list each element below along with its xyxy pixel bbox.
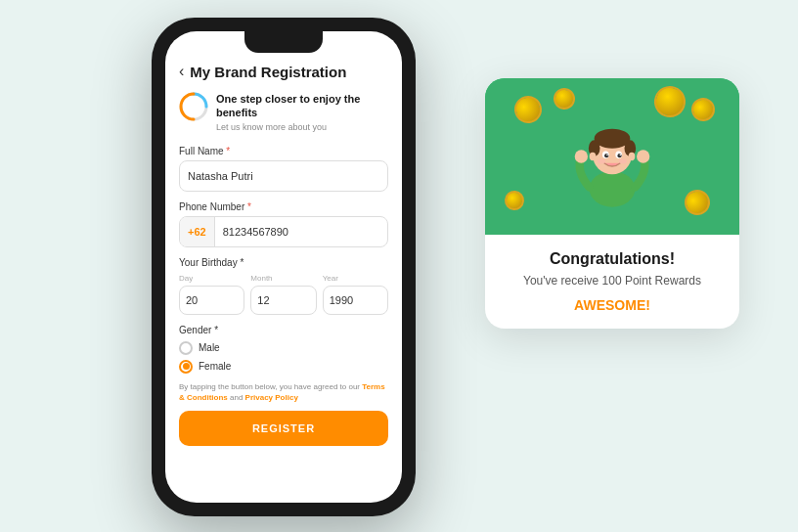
gender-label: Gender * — [179, 325, 388, 335]
awesome-button[interactable]: AWESOME! — [501, 297, 724, 313]
svg-point-13 — [629, 153, 636, 160]
congrats-description: You've receive 100 Point Rewards — [501, 274, 724, 288]
svg-point-3 — [595, 129, 631, 149]
phone-label: Phone Number * — [179, 201, 388, 212]
phone-input-row: +62 — [179, 216, 388, 247]
month-label: Month — [250, 274, 316, 283]
svg-point-15 — [637, 150, 649, 162]
step-banner: One step closer to enjoy the benefits Le… — [179, 92, 388, 132]
phone-number-input[interactable] — [215, 226, 387, 238]
back-button[interactable]: ‹ — [179, 63, 184, 80]
female-radio[interactable] — [179, 360, 193, 374]
birthday-section: Your Birthday * Day Month Yea — [179, 257, 388, 315]
congrats-image — [485, 78, 739, 235]
terms-text: By tapping the button below, you have ag… — [179, 381, 388, 403]
svg-point-12 — [590, 153, 597, 160]
phone-prefix: +62 — [180, 217, 215, 246]
female-radio-inner — [183, 363, 190, 370]
congrats-card: Congratulations! You've receive 100 Poin… — [485, 78, 739, 329]
full-name-input[interactable] — [179, 160, 388, 192]
month-input[interactable] — [250, 286, 316, 315]
register-button[interactable]: REGISTER — [179, 411, 388, 446]
year-input[interactable] — [323, 286, 388, 315]
svg-point-17 — [619, 159, 627, 164]
phone-content: ‹ My Brand Registration One step closer … — [165, 53, 402, 503]
female-label: Female — [199, 361, 231, 372]
svg-point-9 — [617, 154, 621, 157]
gender-female-row[interactable]: Female — [179, 360, 388, 374]
male-label: Male — [199, 342, 220, 353]
day-label: Day — [179, 274, 244, 283]
page-title: My Brand Registration — [190, 64, 346, 80]
scene: ‹ My Brand Registration One step closer … — [0, 0, 798, 532]
svg-point-14 — [575, 150, 588, 162]
svg-point-16 — [598, 159, 605, 164]
day-field: Day — [179, 274, 244, 315]
male-radio[interactable] — [179, 341, 193, 355]
phone-device: ‹ My Brand Registration One step closer … — [152, 18, 416, 516]
birthday-label: Your Birthday * — [179, 257, 388, 268]
congrats-title: Congratulations! — [501, 250, 724, 268]
step-subheading: Let us know more about you — [216, 122, 388, 132]
gender-male-row[interactable]: Male — [179, 341, 388, 355]
step-heading: One step closer to enjoy the benefits — [216, 92, 388, 120]
kid-figure — [563, 98, 661, 215]
svg-point-8 — [604, 154, 608, 157]
phone-notch — [244, 31, 323, 53]
full-name-label: Full Name * — [179, 146, 388, 156]
year-label: Year — [323, 274, 388, 283]
day-input[interactable] — [179, 286, 244, 315]
step-text: One step closer to enjoy the benefits Le… — [216, 92, 388, 132]
privacy-link[interactable]: Privacy Policy — [245, 393, 298, 402]
phone-screen: ‹ My Brand Registration One step closer … — [165, 31, 402, 503]
svg-point-11 — [620, 155, 622, 156]
gender-section: Gender * Male Female — [179, 325, 388, 374]
year-field: Year — [323, 274, 388, 315]
birthday-row: Day Month Year — [179, 274, 388, 315]
step-icon — [179, 92, 208, 121]
month-field: Month — [250, 274, 316, 315]
congrats-body: Congratulations! You've receive 100 Poin… — [485, 235, 739, 329]
svg-point-1 — [590, 171, 636, 207]
svg-point-10 — [606, 155, 608, 156]
back-row: ‹ My Brand Registration — [179, 63, 388, 80]
